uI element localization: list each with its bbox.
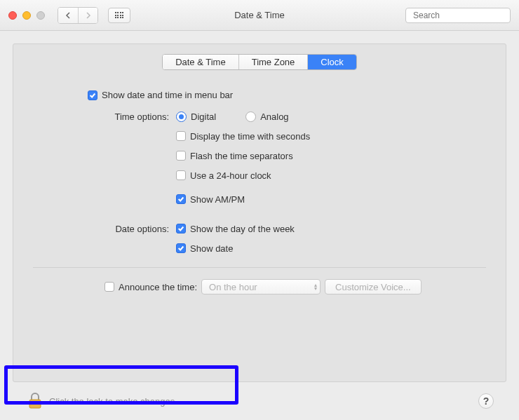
titlebar: Date & Time — [0, 0, 519, 31]
show-ampm-checkbox[interactable] — [176, 194, 186, 204]
digital-label: Digital — [191, 111, 216, 122]
show-date-checkbox[interactable] — [176, 243, 186, 253]
digital-radio[interactable] — [176, 111, 187, 122]
window-controls — [8, 11, 45, 20]
show-date-label: Show date — [190, 243, 233, 254]
tab-bar: Date & Time Time Zone Clock — [13, 54, 506, 70]
window-title: Date & Time — [234, 10, 285, 20]
show-all-button[interactable] — [108, 8, 130, 23]
lock-icon — [28, 393, 42, 409]
analog-radio[interactable] — [245, 111, 256, 122]
search-field[interactable] — [405, 8, 511, 23]
show-ampm-label: Show AM/PM — [190, 194, 245, 205]
search-input[interactable] — [413, 11, 518, 20]
display-seconds-label: Display the time with seconds — [190, 131, 310, 142]
tab-clock[interactable]: Clock — [308, 55, 356, 69]
announce-time-label: Announce the time: — [119, 282, 197, 292]
zoom-window-button[interactable] — [36, 11, 45, 20]
lock-button[interactable]: Click the lock to make changes. — [21, 388, 184, 414]
announce-time-row: Announce the time: On the hour ▴▾ Custom… — [34, 279, 506, 294]
show-day-of-week-checkbox[interactable] — [176, 224, 186, 233]
flash-separators-label: Flash the time separators — [190, 151, 293, 161]
chevron-right-icon — [86, 12, 91, 19]
help-button[interactable]: ? — [478, 393, 494, 409]
announce-interval-popup[interactable]: On the hour ▴▾ — [201, 279, 321, 294]
announce-interval-value: On the hour — [209, 282, 257, 292]
announce-time-checkbox[interactable] — [105, 282, 114, 292]
preferences-panel: Date & Time Time Zone Clock Show date an… — [13, 43, 506, 382]
time-options-label: Time options: — [88, 111, 176, 122]
analog-label: Analog — [260, 111, 288, 122]
show-in-menubar-checkbox[interactable] — [88, 90, 97, 100]
clock-settings: Show date and time in menu bar Time opti… — [13, 90, 506, 256]
flash-separators-checkbox[interactable] — [176, 151, 186, 161]
nav-buttons — [58, 7, 98, 24]
svg-rect-2 — [29, 400, 41, 408]
footer: Click the lock to make changes. ? — [13, 382, 506, 420]
tab-date-time[interactable]: Date & Time — [163, 55, 239, 69]
show-day-of-week-label: Show the day of the week — [190, 224, 295, 234]
use-24h-label: Use a 24-hour clock — [190, 170, 271, 181]
help-icon: ? — [483, 395, 490, 407]
popup-arrows-icon: ▴▾ — [314, 283, 317, 290]
customize-voice-label: Customize Voice... — [335, 282, 411, 292]
minimize-window-button[interactable] — [22, 11, 31, 20]
preferences-window: Date & Time Date & Time Time Zone Clock … — [0, 0, 519, 420]
lock-message: Click the lock to make changes. — [49, 396, 177, 407]
close-window-button[interactable] — [8, 11, 17, 20]
show-in-menubar-label: Show date and time in menu bar — [102, 90, 233, 100]
use-24h-checkbox[interactable] — [176, 170, 186, 180]
back-button[interactable] — [58, 8, 78, 23]
date-options-label: Date options: — [88, 224, 176, 234]
content-area: Date & Time Time Zone Clock Show date an… — [0, 31, 519, 420]
grid-icon — [115, 12, 124, 18]
chevron-left-icon — [65, 12, 71, 19]
customize-voice-button[interactable]: Customize Voice... — [325, 279, 422, 294]
divider — [33, 267, 486, 268]
display-seconds-checkbox[interactable] — [176, 131, 186, 141]
tab-time-zone[interactable]: Time Zone — [239, 55, 309, 69]
forward-button[interactable] — [78, 8, 97, 23]
